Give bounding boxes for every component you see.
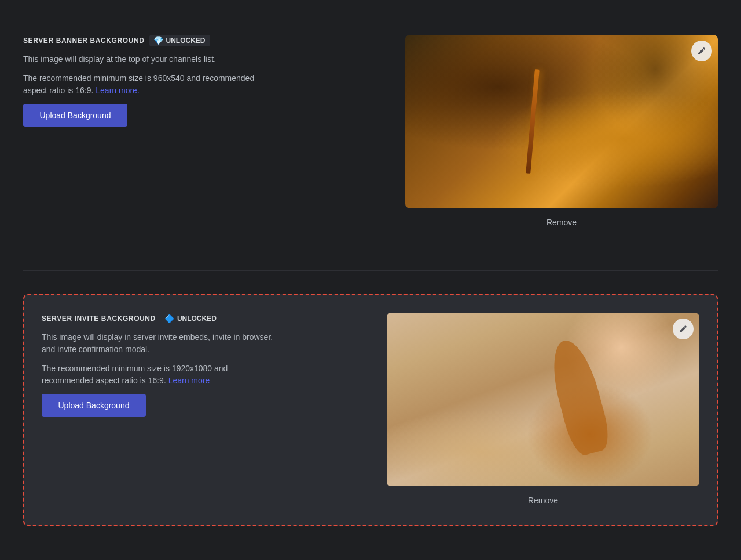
invite-learn-more-link[interactable]: Learn more bbox=[168, 376, 210, 385]
invite-image bbox=[387, 313, 699, 486]
banner-image bbox=[405, 35, 718, 208]
banner-edit-button[interactable] bbox=[691, 41, 712, 61]
invite-unlocked-badge: 🔷 UNLOCKED bbox=[160, 313, 221, 324]
banner-unlocked-badge: 💎 UNLOCKED bbox=[149, 35, 210, 46]
invite-title-row: SERVER INVITE BACKGROUND 🔷 UNLOCKED bbox=[42, 313, 364, 324]
banner-description-line1: This image will display at the top of yo… bbox=[23, 53, 255, 65]
invite-info: SERVER INVITE BACKGROUND 🔷 UNLOCKED This… bbox=[42, 313, 364, 417]
invite-card: SERVER INVITE BACKGROUND 🔷 UNLOCKED This… bbox=[23, 294, 718, 526]
banner-description-line2: The recommended minimum size is 960x540 … bbox=[23, 72, 255, 97]
invite-description-line2: The recommended minimum size is 1920x108… bbox=[42, 363, 273, 387]
invite-remove-button[interactable]: Remove bbox=[523, 493, 563, 507]
banner-remove-button[interactable]: Remove bbox=[542, 215, 581, 229]
invite-image-wrapper: Remove bbox=[387, 313, 699, 507]
banner-title: SERVER BANNER BACKGROUND bbox=[23, 36, 145, 45]
banner-info: SERVER BANNER BACKGROUND 💎 UNLOCKED This… bbox=[23, 35, 382, 127]
invite-description-line1: This image will display in server invite… bbox=[42, 331, 273, 356]
banner-card: SERVER BANNER BACKGROUND 💎 UNLOCKED This… bbox=[23, 17, 718, 247]
invite-badge-label: UNLOCKED bbox=[177, 314, 217, 323]
invite-edit-button[interactable] bbox=[673, 319, 694, 339]
banner-badge-label: UNLOCKED bbox=[166, 36, 206, 45]
banner-image-preview bbox=[405, 35, 718, 208]
invite-badge-icon: 🔷 bbox=[165, 314, 174, 323]
banner-title-row: SERVER BANNER BACKGROUND 💎 UNLOCKED bbox=[23, 35, 382, 46]
banner-upload-button[interactable]: Upload Background bbox=[23, 104, 127, 127]
banner-image-wrapper: Remove bbox=[405, 35, 718, 229]
pencil-icon bbox=[697, 46, 706, 56]
invite-image-preview bbox=[387, 313, 699, 486]
banner-badge-icon: 💎 bbox=[154, 36, 163, 45]
invite-upload-button[interactable]: Upload Background bbox=[42, 394, 146, 417]
banner-learn-more-link[interactable]: Learn more. bbox=[96, 86, 139, 95]
invite-title: SERVER INVITE BACKGROUND bbox=[42, 314, 156, 323]
pencil-icon bbox=[678, 324, 688, 334]
section-divider bbox=[23, 270, 718, 271]
settings-page: SERVER BANNER BACKGROUND 💎 UNLOCKED This… bbox=[0, 0, 741, 543]
